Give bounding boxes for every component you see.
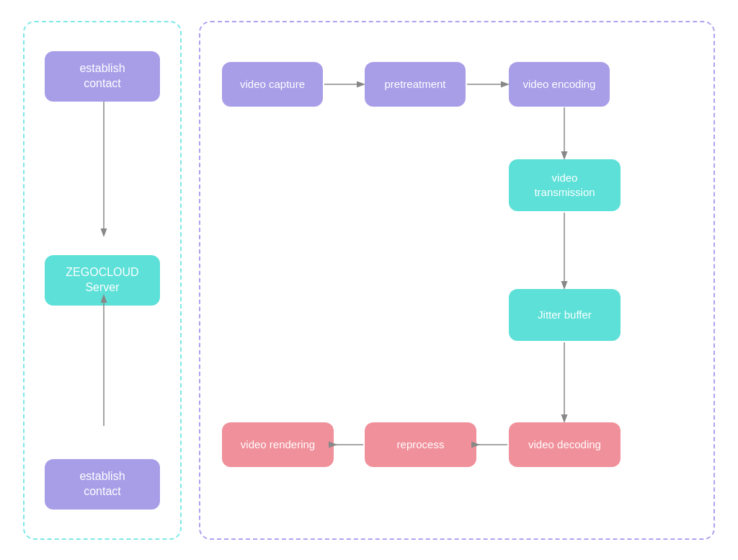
node-pretreatment: pretreatment (365, 62, 466, 107)
node-video-encoding: video encoding (509, 62, 610, 107)
node-jitter-buffer: Jitter buffer (509, 289, 621, 341)
node-establish-contact-top: establish contact (45, 51, 160, 102)
node-video-decoding: video decoding (509, 422, 621, 467)
node-video-capture: video capture (222, 62, 323, 107)
diagram-container: establish contact ZEGOCLOUD Server estab… (23, 21, 715, 540)
node-establish-contact-bot: establish contact (45, 459, 160, 510)
right-panel: video capture pretreatment video encodin… (199, 21, 715, 540)
node-video-transmission: video transmission (509, 159, 621, 211)
node-reprocess: reprocess (365, 422, 476, 467)
node-video-rendering: video rendering (222, 422, 334, 467)
left-panel: establish contact ZEGOCLOUD Server estab… (23, 21, 182, 540)
node-zegocloud-server: ZEGOCLOUD Server (45, 255, 160, 306)
